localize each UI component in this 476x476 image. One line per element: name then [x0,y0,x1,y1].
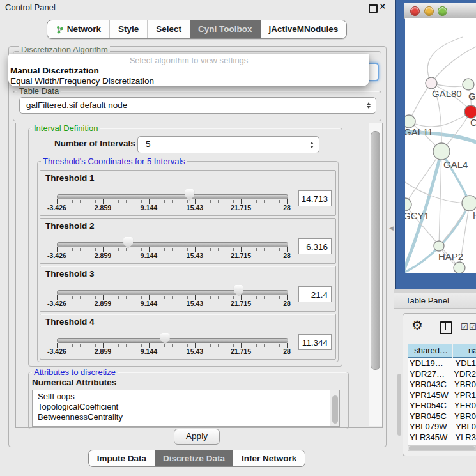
numerical-attributes-list[interactable]: SelfLoopsTopologicalCoefficientBetweenne… [32,390,340,427]
cell-shared-name[interactable]: YDR27… [408,369,450,380]
table-row[interactable]: YBR045CYBR0 [408,411,476,422]
cell-name[interactable]: YDR2 [450,369,476,380]
split-columns-icon[interactable] [440,321,452,334]
minimize-traffic-light-icon[interactable] [424,6,434,16]
cell-name[interactable]: YLR3 [452,433,476,443]
table-hscrollbar-thumb[interactable] [409,446,475,450]
tab-select[interactable]: Select [147,20,190,38]
cell-shared-name[interactable]: YER054C [408,401,451,411]
tick-label: 15.43 [187,300,203,307]
zoom-traffic-light-icon[interactable] [438,6,447,16]
slider-major-tick [57,295,58,300]
attributes-scrollbar-thumb[interactable] [332,395,338,424]
checkbox-icon[interactable]: ☑ [461,323,468,331]
network-node[interactable] [462,196,476,211]
network-node[interactable] [454,262,465,273]
attribute-item[interactable]: SelfLoops [38,392,339,402]
network-node[interactable] [426,77,437,89]
table-row[interactable]: YPR145WYPR1 [408,390,476,401]
slider-major-tick [149,247,150,252]
bottom-tabbar: Impute Data Discretize Data Infer Networ… [0,450,394,467]
algorithm-option-equal-width[interactable]: Equal Width/Frequency Discretization [10,76,154,86]
cell-shared-name[interactable]: YLR345W [408,433,452,443]
network-canvas[interactable]: GAL80GACGAL11GAL4GCY1HHAP2 [405,18,476,273]
spinner-arrows-icon [310,142,314,148]
attribute-item[interactable]: TopologicalCoefficient [38,402,339,412]
close-icon[interactable]: ✕ [379,1,387,12]
network-node[interactable] [433,143,450,160]
control-panel-tabbar: Network Style Select Cyni Toolbox jActiv… [0,20,394,39]
network-node[interactable] [405,198,411,211]
table-row[interactable]: YBL079WYBL0 [408,422,476,433]
cell-name[interactable]: YBR0 [451,380,476,390]
cell-name[interactable]: YPR1 [451,390,476,401]
cell-name[interactable]: YDL1 [452,358,476,369]
tick-label: 15.43 [187,252,203,259]
network-window-titlebar[interactable] [404,3,476,19]
tab-style-label: Style [118,20,139,38]
tick-label: 9.144 [141,204,157,211]
table-row[interactable]: YDL19…YDL1 [408,358,476,369]
tab-network[interactable]: Network [47,20,109,38]
cell-shared-name[interactable]: YBR043C [408,380,451,390]
app-root: Control Panel ✕ Network Style [0,0,476,476]
checkbox-icon[interactable]: ☑ [469,323,476,331]
tab-jactivemnodules[interactable]: jActiveMNodules [261,20,347,38]
tab-jactivemnodules-label: jActiveMNodules [269,20,339,38]
network-node[interactable] [405,115,415,128]
apply-button[interactable]: Apply [174,429,220,445]
slider-major-tick [241,295,242,300]
settings-scrollbar-thumb[interactable] [371,131,380,370]
attribute-item[interactable]: BetweennessCentrality [38,412,339,422]
threshold-slider-track[interactable] [57,194,288,199]
cell-name[interactable]: YER0 [451,401,476,411]
panel-scrollbar-thumb[interactable] [397,374,401,436]
slider-major-tick [103,199,104,204]
network-node-label: GAL11 [405,127,433,137]
network-node-label: GAL80 [432,88,462,99]
threshold-value-field[interactable]: 14.713 [298,190,332,206]
cell-shared-name[interactable]: YBR045C [408,411,451,422]
tab-infer-network[interactable]: Infer Network [233,450,305,466]
slider-major-tick [195,247,196,252]
network-node-label: GA [468,91,476,102]
threshold-slider-track[interactable] [57,338,288,343]
table-data-combobox[interactable]: galFiltered.sif default node [19,97,376,114]
column-header-name[interactable]: name [453,344,476,358]
float-window-icon[interactable] [369,4,378,13]
threshold-slider-track[interactable] [57,290,288,295]
algorithm-option-manual[interactable]: Manual Discretization [10,66,99,75]
table-row[interactable]: YDR27…YDR2 [408,369,476,380]
tick-label: 2.859 [95,252,111,259]
network-node[interactable] [463,79,474,90]
column-header-shared[interactable]: shared… [408,344,452,358]
table-row[interactable]: YER054CYER0 [408,401,476,411]
tab-impute-data[interactable]: Impute Data [89,450,155,466]
network-node[interactable] [464,105,476,118]
cell-name[interactable]: YBR0 [451,411,476,422]
slider-major-tick [287,343,288,348]
slider-major-tick [241,247,242,252]
table-row[interactable]: YLR345WYLR3 [408,433,476,443]
slider-major-tick [149,199,150,204]
tab-cyni-toolbox[interactable]: Cyni Toolbox [190,20,261,38]
cell-shared-name[interactable]: YBL079W [408,422,452,433]
splitpane-collapse-arrow-icon[interactable]: ◀ [389,225,394,231]
close-traffic-light-icon[interactable] [410,6,420,16]
discretization-algorithm-label: Discretization Algorithm [19,45,110,54]
threshold-slider-track[interactable] [57,242,288,247]
cell-shared-name[interactable]: YPR145W [408,390,451,401]
interval-definition-label: Interval Definition [32,123,100,133]
threshold-value-field[interactable]: 21.4 [298,286,332,302]
tab-discretize-data[interactable]: Discretize Data [155,450,233,466]
cell-shared-name[interactable]: YDL19… [408,358,452,369]
threshold-value-field[interactable]: 11.344 [298,334,332,350]
tab-style[interactable]: Style [109,20,147,38]
tick-label: 21.715 [231,252,251,259]
gear-icon[interactable]: ⚙ [411,319,423,332]
num-intervals-spinner[interactable]: 5 [137,136,319,153]
network-node[interactable] [434,241,444,251]
table-row[interactable]: YBR043CYBR0 [408,380,476,390]
cell-name[interactable]: YBL0 [452,422,476,433]
threshold-value-field[interactable]: 6.316 [298,238,332,254]
